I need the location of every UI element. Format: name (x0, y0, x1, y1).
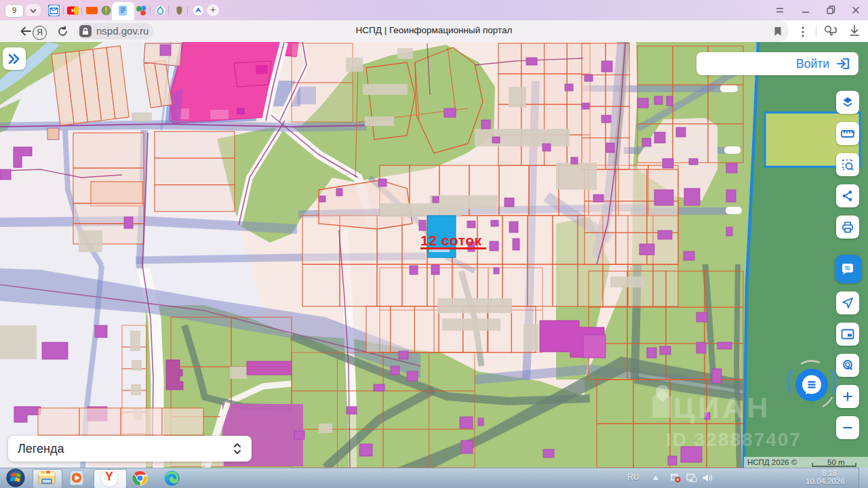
svg-text:50 m: 50 m (827, 458, 845, 466)
svg-text:ID 328887407: ID 328887407 (666, 429, 802, 450)
svg-text:НСПД 2026 ©: НСПД 2026 © (747, 458, 797, 466)
svg-text:12 соток: 12 соток (420, 232, 482, 248)
svg-text:ЦИАН: ЦИАН (673, 391, 771, 424)
